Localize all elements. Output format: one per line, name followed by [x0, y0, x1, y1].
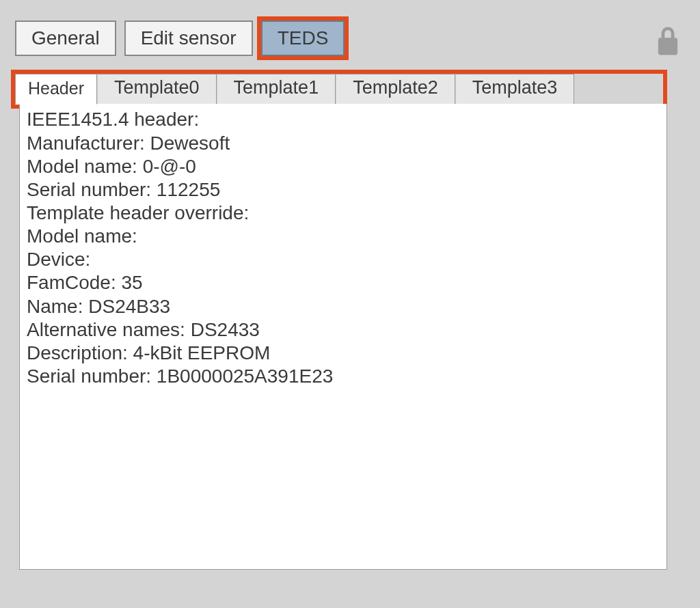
sub-tab-template2[interactable]: Template2	[336, 74, 455, 105]
tab-general[interactable]: General	[15, 20, 116, 56]
teds-panel: General Edit sensor TEDS Header Template…	[8, 0, 692, 601]
sub-tab-header[interactable]: Header	[15, 74, 97, 105]
lock-icon[interactable]	[655, 26, 681, 56]
content-line: Alternative names: DS2433	[27, 318, 660, 342]
main-tabs: General Edit sensor TEDS	[8, 7, 692, 61]
content-line: Name: DS24B33	[27, 295, 660, 318]
sub-tabs: Header Template0 Template1 Template2 Tem…	[15, 74, 663, 105]
content-line: FamCode: 35	[27, 271, 660, 294]
sub-tab-template1[interactable]: Template1	[217, 74, 336, 105]
content-line: Description: 4-kBit EEPROM	[27, 342, 660, 365]
content-line: Template header override:	[27, 202, 660, 225]
content-line: Manufacturer: Dewesoft	[27, 132, 660, 155]
tab-teds[interactable]: TEDS	[261, 20, 345, 56]
content-line: Model name:	[27, 225, 660, 248]
content-line: Model name: 0-@-0	[27, 155, 660, 178]
content-line: Device:	[27, 248, 660, 271]
teds-header-content: IEEE1451.4 header: Manufacturer: Dewesof…	[19, 104, 667, 570]
tab-edit-sensor[interactable]: Edit sensor	[124, 20, 253, 56]
content-line: Serial number: 1B0000025A391E23	[27, 365, 660, 388]
sub-tab-template0[interactable]: Template0	[97, 74, 217, 105]
content-line: IEEE1451.4 header:	[27, 108, 660, 131]
sub-tab-template3[interactable]: Template3	[455, 74, 575, 105]
content-line: Serial number: 112255	[27, 178, 660, 202]
